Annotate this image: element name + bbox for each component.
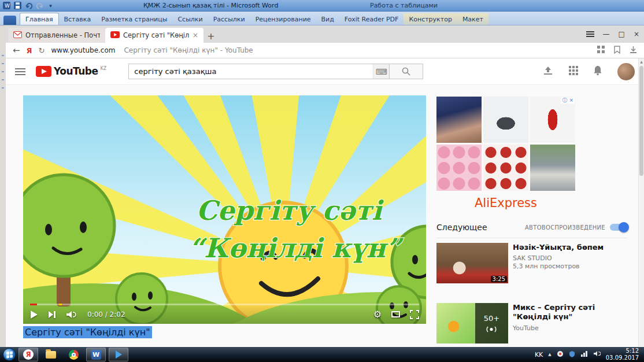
play-button[interactable] [30, 310, 38, 319]
next-button[interactable] [48, 311, 56, 319]
qat-dropdown-icon[interactable]: ▾ [46, 1, 55, 10]
ad-image[interactable] [530, 97, 575, 143]
taskbar-clock[interactable]: 5:12 03.09.2017 [606, 348, 641, 362]
word-tab-foxit[interactable]: Foxit Reader PDF [339, 13, 404, 25]
save-icon[interactable] [13, 1, 22, 10]
back-button[interactable]: ← [13, 45, 20, 56]
word-tab-insert[interactable]: Вставка [59, 13, 97, 25]
upload-icon[interactable] [542, 66, 554, 77]
word-quick-access-toolbar: W ▾ [0, 1, 55, 10]
video-player[interactable]: Сергіту сәті “Көңілді күн” [23, 95, 426, 324]
redo-icon[interactable] [35, 1, 44, 10]
keyboard-icon[interactable]: ⌨ [373, 64, 389, 79]
word-tab-layout[interactable]: Макет [457, 13, 488, 25]
video-page-title: Сергіту сәті "Көңілді күн" [23, 326, 152, 338]
word-tab-review[interactable]: Рецензирование [250, 13, 316, 25]
ad-image[interactable] [483, 97, 528, 143]
word-app-icon[interactable]: W [2, 1, 11, 10]
language-indicator[interactable]: KK [535, 351, 543, 359]
browser-menu-icon[interactable] [586, 30, 594, 38]
search-box: ⌨ [128, 64, 390, 79]
minimize-button[interactable]: — [603, 30, 610, 38]
tray-expand-icon[interactable]: ▲ [548, 352, 551, 357]
ad-banner: ⓘ × [436, 97, 575, 191]
taskbar-explorer[interactable] [41, 348, 61, 361]
youtube-region-label: KZ [101, 66, 107, 71]
tab-title: Отправленные - Почта Ma [25, 31, 100, 39]
suggested-video-1[interactable]: 3:25 Нәзік-Ұйықта, бөпем SAK STUDIO 5,3 … [436, 243, 627, 283]
browser-window: Отправленные - Почта Ma Сергіту сәті "Кө… [6, 25, 644, 347]
youtube-logo-text: YouTube [54, 66, 98, 77]
browser-tab-mail[interactable]: Отправленные - Почта Ma [8, 28, 105, 43]
word-tab-design[interactable]: Конструктор [404, 13, 457, 25]
autoplay-toggle[interactable] [610, 224, 627, 231]
youtube-logo[interactable]: YouTube KZ [36, 66, 106, 77]
ad-brand-link[interactable]: AliExpress [436, 196, 575, 210]
search-input[interactable] [134, 67, 373, 76]
ad-image[interactable] [436, 145, 482, 191]
browser-window-controls: — □ × [586, 25, 639, 43]
divider [436, 238, 627, 238]
office-file-button[interactable] [3, 16, 16, 25]
word-document-edge [0, 26, 6, 347]
suggestion-channel: SAK STUDIO [513, 254, 604, 262]
svg-text:W: W [5, 3, 10, 9]
word-tab-references[interactable]: Ссылки [172, 13, 208, 25]
suggestion-title: Микс – Сергіту сәті "Көңілді күн" [513, 303, 627, 322]
browser-tab-youtube[interactable]: Сергіту сәті "Көңілді күн" × [105, 28, 203, 43]
downloads-icon[interactable] [630, 46, 637, 56]
scrollbar-up-icon[interactable]: ▲ [639, 58, 644, 65]
close-button[interactable]: × [634, 30, 639, 38]
undo-icon[interactable] [24, 1, 33, 10]
yandex-browser-icon: Я [23, 349, 34, 360]
ad-info-icon[interactable]: ⓘ [562, 97, 567, 104]
yandex-button[interactable]: Я [27, 46, 32, 55]
ad-image[interactable] [483, 145, 528, 191]
bookmark-flag-icon[interactable] [614, 46, 620, 56]
suggestion-thumbnail: 50+ [436, 303, 508, 343]
ad-image[interactable] [436, 97, 482, 143]
word-icon: W [91, 350, 101, 360]
volume-icon[interactable] [66, 311, 77, 319]
taskbar-chrome[interactable] [64, 348, 83, 361]
scrollbar-thumb[interactable] [639, 66, 643, 176]
apps-grid-icon[interactable] [569, 66, 578, 77]
word-tab-view[interactable]: Вид [316, 13, 339, 25]
taskbar-media-player[interactable] [109, 348, 128, 361]
progress-bar[interactable] [30, 304, 419, 305]
miniplayer-icon[interactable] [391, 311, 400, 317]
windows-logo-icon [6, 351, 13, 358]
start-button[interactable] [3, 348, 16, 361]
avatar[interactable] [617, 63, 635, 80]
tray-shield-icon[interactable] [569, 350, 575, 359]
settings-gear-icon[interactable]: ⚙ [373, 310, 382, 319]
refresh-icon[interactable]: ↻ [39, 46, 45, 55]
maximize-button[interactable]: □ [619, 30, 625, 38]
address-bar-url[interactable]: www.youtube.com [51, 46, 116, 54]
word-tab-page-layout[interactable]: Разметка страницы [96, 13, 172, 25]
suggested-video-2[interactable]: 50+ Микс – Сергіту сәті "Көңілді күн" Yo… [436, 303, 627, 343]
fullscreen-icon[interactable] [410, 310, 419, 319]
clock-date: 03.09.2017 [606, 354, 639, 362]
collections-grid-icon[interactable] [597, 46, 605, 55]
tray-network-icon[interactable] [580, 350, 588, 359]
tab-close-icon[interactable]: × [193, 31, 198, 39]
tray-app-icon[interactable] [557, 350, 564, 359]
hamburger-menu-icon[interactable] [15, 67, 25, 76]
address-bar-page-title: Сергіту сәті "Көңілді күн" - YouTube [124, 46, 253, 54]
page-scrollbar[interactable]: ▲ [638, 58, 644, 346]
new-tab-button[interactable]: + [203, 29, 219, 43]
tray-volume-icon[interactable] [593, 350, 601, 359]
windows-taskbar: Я W KK ▲ 5:12 03.09.2017 [0, 347, 644, 362]
taskbar-word[interactable]: W [86, 348, 106, 361]
notifications-bell-icon[interactable] [593, 65, 602, 77]
progress-played [30, 304, 37, 305]
word-tab-home[interactable]: Главная [20, 13, 59, 25]
duration-badge: 3:25 [491, 276, 507, 282]
ad-close-icon[interactable]: × [569, 97, 573, 104]
taskbar-yandex-browser[interactable]: Я [18, 348, 38, 361]
page-viewport: YouTube KZ ⌨ [6, 58, 644, 346]
search-button[interactable] [390, 64, 423, 79]
ad-image[interactable] [530, 145, 575, 191]
word-tab-mailings[interactable]: Рассылки [208, 13, 250, 25]
